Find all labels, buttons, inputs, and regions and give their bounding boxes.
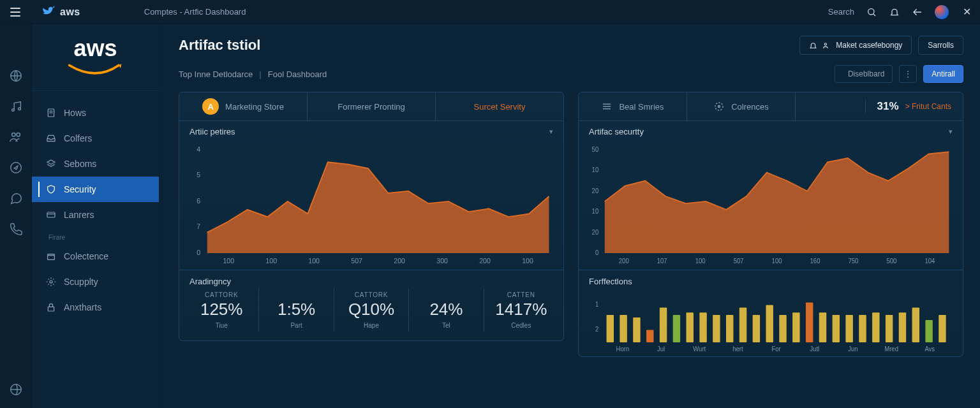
compass-icon[interactable] (9, 161, 23, 175)
svg-rect-78 (886, 315, 893, 342)
tray-icon (46, 133, 56, 143)
sarrolls-button[interactable]: Sarrolls (918, 36, 963, 55)
gear-icon (46, 277, 56, 287)
crumb[interactable]: Top Inne Detlodarce (179, 69, 253, 79)
world-icon[interactable] (9, 382, 23, 397)
music-icon[interactable] (9, 99, 23, 113)
button-label: Sarrolls (928, 41, 954, 50)
svg-rect-71 (792, 312, 799, 342)
svg-text:Jul: Jul (657, 346, 665, 353)
svg-text:Wurt: Wurt (693, 346, 706, 353)
hamburger-menu[interactable] (6, 3, 24, 21)
sidebar-item-label: Colectence (64, 251, 108, 261)
card-icon (46, 210, 56, 220)
sidebar-item-label: Hows (64, 108, 86, 118)
svg-rect-67 (739, 307, 746, 342)
sidebar-item-security[interactable]: Security (32, 177, 159, 202)
svg-text:50: 50 (592, 146, 599, 153)
panel-subtitle: Artifac securtty (589, 127, 644, 136)
tab-formerer[interactable]: Formerer Pronting (308, 92, 436, 120)
left-panel: A Marketing Store Formerer Pronting Surc… (179, 92, 564, 341)
tab-label: Beal Smries (619, 102, 664, 112)
stat-block: 31% > Fritut Cants (865, 100, 963, 113)
svg-text:100: 100 (772, 258, 782, 265)
close-icon[interactable]: ✕ (960, 6, 974, 18)
tab-beal-smries[interactable]: Beal Smries (579, 92, 687, 120)
tab-surcet[interactable]: Surcet Servity (436, 92, 563, 120)
button-label: Maket casefebongy (836, 41, 902, 50)
stat-link[interactable]: > Fritut Cants (905, 102, 951, 111)
svg-text:507: 507 (351, 258, 362, 265)
svg-rect-76 (859, 315, 866, 342)
logo-text: aws (73, 37, 117, 60)
svg-text:0: 0 (595, 249, 599, 256)
metric: 1:5%Part (259, 289, 334, 332)
sidebar-item-scupplty[interactable]: Scupplty (32, 269, 159, 295)
svg-text:104: 104 (924, 258, 935, 265)
chevron-down-icon[interactable]: ▾ (949, 127, 953, 136)
sidebar-item-label: Scupplty (64, 277, 98, 287)
back-arrow-icon[interactable] (912, 6, 923, 18)
sidebar-item-hows[interactable]: Hows (32, 100, 159, 126)
tab-spacer (796, 92, 865, 120)
phone-icon[interactable] (9, 222, 23, 236)
search-label[interactable]: Search (828, 7, 854, 17)
brand: aws (42, 6, 80, 18)
box-icon (46, 251, 56, 261)
svg-rect-74 (833, 315, 840, 342)
antirall-chip[interactable]: Antirall (923, 65, 963, 83)
svg-text:Horn: Horn (616, 346, 630, 353)
sidebar-item-colfers[interactable]: Colfers (32, 126, 159, 151)
chip-label: Antirall (932, 69, 955, 78)
avatar-badge: A (202, 98, 219, 115)
globe-icon[interactable] (9, 69, 23, 83)
svg-text:Avs: Avs (924, 346, 935, 353)
svg-text:0: 0 (197, 249, 200, 256)
crumb-separator: | (259, 69, 261, 79)
svg-point-6 (16, 133, 19, 137)
chevron-down-icon[interactable]: ▾ (549, 127, 553, 136)
window-titlebar: aws Comptes - Artfic Dashboard Search ✕ (0, 0, 980, 24)
svg-rect-64 (699, 312, 706, 342)
search-icon[interactable] (866, 6, 877, 18)
svg-rect-58 (620, 315, 627, 342)
sidebar-item-colectence[interactable]: Colectence (32, 244, 159, 269)
metric: CATTORKQ10%Hape (334, 289, 409, 332)
sidebar-item-seboms[interactable]: Seboms (32, 151, 159, 177)
svg-rect-80 (912, 307, 919, 342)
bell-icon[interactable] (889, 6, 900, 18)
svg-rect-16 (48, 307, 54, 311)
tab-colrences[interactable]: Colrences (687, 92, 796, 120)
svg-text:4: 4 (197, 146, 200, 153)
svg-text:100: 100 (308, 258, 320, 265)
svg-text:For: For (771, 346, 781, 353)
sidebar-item-lanrers[interactable]: Lanrers (32, 202, 159, 228)
window-tab-title: Comptes - Artfic Dashboard (144, 7, 246, 17)
svg-text:Jun: Jun (848, 346, 858, 353)
chat-icon[interactable] (9, 191, 23, 205)
metric: CATTORK125%Tiue (184, 289, 259, 332)
svg-text:10: 10 (592, 208, 599, 215)
svg-text:200: 200 (394, 258, 405, 265)
crumb[interactable]: Fool Dashboard (268, 69, 327, 79)
maket-button[interactable]: Maket casefebongy (799, 36, 912, 55)
tab-label: Surcet Servity (474, 102, 526, 112)
dashboard-chip[interactable]: Diseblbard (835, 65, 893, 83)
svg-rect-79 (899, 312, 906, 342)
svg-point-15 (50, 280, 52, 283)
svg-rect-77 (872, 312, 879, 342)
metric: CATTEN1417%Cedles (484, 289, 558, 332)
sidebar-item-label: Colfers (64, 133, 92, 143)
users-icon[interactable] (9, 130, 23, 144)
svg-text:2: 2 (595, 326, 598, 333)
shield-icon (46, 184, 56, 194)
more-chip[interactable]: ⋮ (899, 65, 917, 83)
user-avatar[interactable] (935, 5, 949, 19)
sidebar-item-anxtharts[interactable]: Anxtharts (32, 295, 159, 320)
tab-marketing-store[interactable]: A Marketing Store (179, 92, 308, 120)
svg-point-4 (18, 108, 20, 110)
left-tabs: A Marketing Store Formerer Pronting Surc… (179, 92, 563, 120)
svg-rect-59 (633, 317, 640, 342)
left-panel-sub: Artiic petires ▾ (179, 120, 563, 142)
tab-label: Formerer Pronting (338, 102, 405, 112)
